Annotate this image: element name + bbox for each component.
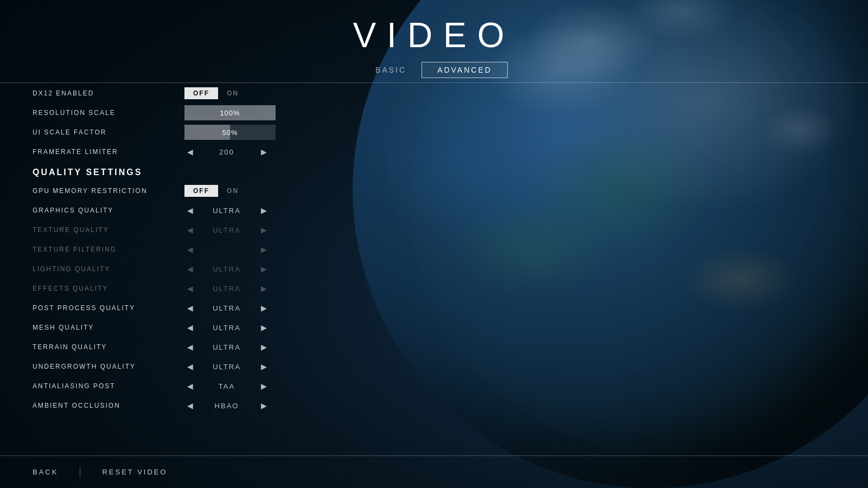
undergrowth-value: ULTRA: [200, 363, 254, 371]
graphics-label: GRAPHICS QUALITY: [33, 207, 184, 214]
texture-filtering-label: TEXTURE FILTERING: [33, 246, 184, 253]
framerate-control: ◀ 200 ▶: [184, 147, 304, 156]
terrain-row: TERRAIN QUALITY ◀ ULTRA ▶: [33, 338, 304, 356]
settings-panel: DX12 ENABLED OFF ON RESOLUTION SCALE 100…: [33, 84, 304, 416]
graphics-row: GRAPHICS QUALITY ◀ ULTRA ▶: [33, 201, 304, 220]
gpu-memory-label: GPU MEMORY RESTRICTION: [33, 187, 184, 195]
framerate-row: FRAMERATE LIMITER ◀ 200 ▶: [33, 143, 304, 161]
ambient-label: AMBIENT OCCLUSION: [33, 402, 184, 409]
back-button[interactable]: BACK: [33, 464, 58, 480]
tab-advanced[interactable]: ADVANCED: [422, 62, 508, 78]
resolution-row: RESOLUTION SCALE 100%: [33, 104, 304, 122]
effects-row: EFFECTS QUALITY ◀ ULTRA ▶: [33, 279, 304, 298]
texture-filtering-row: TEXTURE FILTERING ◀ ▶: [33, 240, 304, 259]
tabs-container: BASIC ADVANCED: [0, 62, 868, 78]
ui-scale-control: 50%: [184, 125, 304, 140]
bottom-bar: BACK RESET VIDEO: [0, 455, 868, 488]
texture-quality-row: TEXTURE QUALITY ◀ ULTRA ▶: [33, 221, 304, 239]
dx12-control: OFF ON: [184, 86, 304, 101]
quality-heading: QUALITY SETTINGS: [33, 168, 304, 177]
lighting-label: LIGHTING QUALITY: [33, 265, 184, 273]
gpu-memory-off-button[interactable]: OFF: [184, 185, 218, 197]
terrain-control: ◀ ULTRA ▶: [184, 343, 304, 351]
terrain-value: ULTRA: [200, 343, 254, 351]
post-process-value: ULTRA: [200, 304, 254, 312]
effects-value: ULTRA: [200, 285, 254, 293]
ui-layer: VIDEO BASIC ADVANCED DX12 ENABLED OFF ON…: [0, 0, 868, 488]
undergrowth-control: ◀ ULTRA ▶: [184, 362, 304, 371]
resolution-value: 100%: [220, 109, 240, 117]
framerate-prev-button[interactable]: ◀: [184, 147, 195, 156]
undergrowth-row: UNDERGROWTH QUALITY ◀ ULTRA ▶: [33, 357, 304, 376]
effects-control: ◀ ULTRA ▶: [184, 284, 304, 293]
framerate-next-button[interactable]: ▶: [258, 147, 269, 156]
texture-filtering-prev-button[interactable]: ◀: [184, 245, 195, 254]
post-process-row: POST PROCESS QUALITY ◀ ULTRA ▶: [33, 299, 304, 317]
ui-scale-row: UI SCALE FACTOR 50%: [33, 123, 304, 142]
post-process-label: POST PROCESS QUALITY: [33, 304, 184, 312]
tab-divider: [0, 82, 868, 83]
ambient-prev-button[interactable]: ◀: [184, 401, 195, 410]
dx12-off-button[interactable]: OFF: [184, 87, 218, 99]
ambient-next-button[interactable]: ▶: [258, 401, 269, 410]
ambient-control: ◀ HBAO ▶: [184, 401, 304, 410]
ambient-row: AMBIENT OCCLUSION ◀ HBAO ▶: [33, 396, 304, 415]
texture-quality-control: ◀ ULTRA ▶: [184, 226, 304, 234]
graphics-prev-button[interactable]: ◀: [184, 206, 195, 215]
dx12-on-button[interactable]: ON: [218, 87, 247, 99]
mesh-next-button[interactable]: ▶: [258, 323, 269, 332]
post-process-next-button[interactable]: ▶: [258, 304, 269, 312]
antialiasing-next-button[interactable]: ▶: [258, 382, 269, 390]
ui-scale-label: UI SCALE FACTOR: [33, 129, 184, 136]
texture-filtering-control: ◀ ▶: [184, 245, 304, 254]
texture-quality-prev-button[interactable]: ◀: [184, 226, 195, 234]
graphics-next-button[interactable]: ▶: [258, 206, 269, 215]
reset-video-button[interactable]: RESET VIDEO: [102, 464, 167, 480]
resolution-control: 100%: [184, 105, 304, 120]
header: VIDEO BASIC ADVANCED: [0, 0, 868, 83]
lighting-control: ◀ ULTRA ▶: [184, 265, 304, 273]
antialiasing-label: ANTIALIASING POST: [33, 382, 184, 390]
texture-quality-next-button[interactable]: ▶: [258, 226, 269, 234]
ambient-value: HBAO: [200, 402, 254, 410]
terrain-prev-button[interactable]: ◀: [184, 343, 195, 351]
antialiasing-value: TAA: [200, 382, 254, 390]
undergrowth-label: UNDERGROWTH QUALITY: [33, 363, 184, 370]
tab-basic[interactable]: BASIC: [360, 62, 422, 78]
effects-prev-button[interactable]: ◀: [184, 284, 195, 293]
gpu-memory-control: OFF ON: [184, 183, 304, 198]
framerate-label: FRAMERATE LIMITER: [33, 148, 184, 156]
lighting-prev-button[interactable]: ◀: [184, 265, 195, 273]
lighting-row: LIGHTING QUALITY ◀ ULTRA ▶: [33, 260, 304, 278]
dx12-row: DX12 ENABLED OFF ON: [33, 84, 304, 102]
post-process-control: ◀ ULTRA ▶: [184, 304, 304, 312]
lighting-next-button[interactable]: ▶: [258, 265, 269, 273]
antialiasing-prev-button[interactable]: ◀: [184, 382, 195, 390]
effects-next-button[interactable]: ▶: [258, 284, 269, 293]
antialiasing-control: ◀ TAA ▶: [184, 382, 304, 390]
undergrowth-next-button[interactable]: ▶: [258, 362, 269, 371]
framerate-value: 200: [200, 148, 254, 156]
resolution-label: RESOLUTION SCALE: [33, 109, 184, 117]
gpu-memory-row: GPU MEMORY RESTRICTION OFF ON: [33, 182, 304, 200]
mesh-row: MESH QUALITY ◀ ULTRA ▶: [33, 318, 304, 337]
mesh-prev-button[interactable]: ◀: [184, 323, 195, 332]
antialiasing-row: ANTIALIASING POST ◀ TAA ▶: [33, 377, 304, 395]
page-title: VIDEO: [0, 15, 868, 55]
resolution-slider[interactable]: 100%: [184, 105, 276, 120]
texture-filtering-next-button[interactable]: ▶: [258, 245, 269, 254]
ui-scale-slider[interactable]: 50%: [184, 125, 276, 140]
post-process-prev-button[interactable]: ◀: [184, 304, 195, 312]
terrain-next-button[interactable]: ▶: [258, 343, 269, 351]
mesh-control: ◀ ULTRA ▶: [184, 323, 304, 332]
ui-scale-value: 50%: [222, 129, 238, 137]
gpu-memory-on-button[interactable]: ON: [218, 185, 247, 197]
texture-quality-value: ULTRA: [200, 226, 254, 234]
graphics-control: ◀ ULTRA ▶: [184, 206, 304, 215]
undergrowth-prev-button[interactable]: ◀: [184, 362, 195, 371]
mesh-label: MESH QUALITY: [33, 324, 184, 331]
graphics-value: ULTRA: [200, 207, 254, 215]
lighting-value: ULTRA: [200, 265, 254, 273]
bottom-divider: [80, 467, 80, 478]
dx12-label: DX12 ENABLED: [33, 89, 184, 97]
